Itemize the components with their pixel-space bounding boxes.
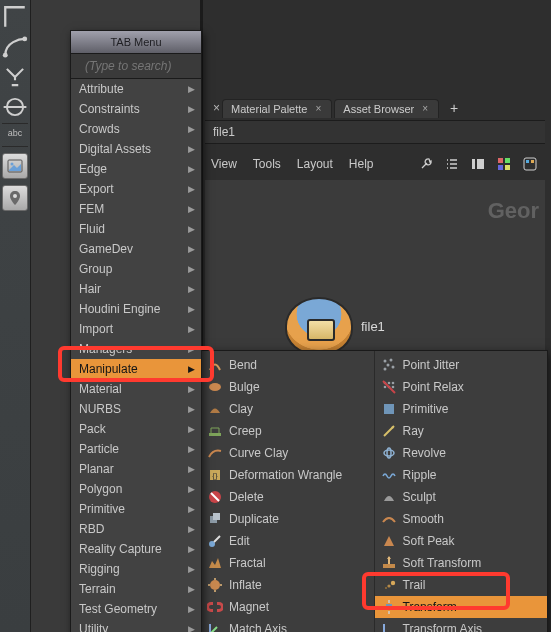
toolbar-grid-icon[interactable] bbox=[495, 155, 513, 173]
tabmenu-item-polygon[interactable]: Polygon▶ bbox=[71, 479, 201, 499]
submenu-item-curve-clay[interactable]: Curve Clay bbox=[201, 442, 374, 464]
tabmenu-item-material[interactable]: Material▶ bbox=[71, 379, 201, 399]
tabmenu-item-digital-assets[interactable]: Digital Assets▶ bbox=[71, 139, 201, 159]
tabmenu-item-rigging[interactable]: Rigging▶ bbox=[71, 559, 201, 579]
tabmenu-item-fluid[interactable]: Fluid▶ bbox=[71, 219, 201, 239]
tool-pin-icon[interactable] bbox=[2, 185, 28, 211]
tabmenu-item-fem[interactable]: FEM▶ bbox=[71, 199, 201, 219]
chevron-right-icon: ▶ bbox=[188, 544, 195, 554]
tool-snap-icon[interactable] bbox=[1, 64, 29, 90]
tabmenu-item-attribute[interactable]: Attribute▶ bbox=[71, 79, 201, 99]
tabmenu-item-managers[interactable]: Managers▶ bbox=[71, 339, 201, 359]
tool-image-icon[interactable] bbox=[2, 153, 28, 179]
tabmenu-item-manipulate[interactable]: Manipulate▶ bbox=[71, 359, 201, 379]
tabmenu-item-constraints[interactable]: Constraints▶ bbox=[71, 99, 201, 119]
submenu-item-bend[interactable]: Bend bbox=[201, 354, 374, 376]
submenu-item-soft-peak[interactable]: Soft Peak bbox=[375, 530, 548, 552]
toolbar-detail-icon[interactable] bbox=[469, 155, 487, 173]
menu-tools[interactable]: Tools bbox=[253, 157, 281, 171]
submenu-item-revolve[interactable]: Revolve bbox=[375, 442, 548, 464]
tool-abc-label[interactable]: abc bbox=[0, 128, 30, 138]
submenu-item-inflate[interactable]: Inflate bbox=[201, 574, 374, 596]
tabmenu-item-label: Manipulate bbox=[79, 362, 138, 376]
submenu-item-transform[interactable]: Transform bbox=[375, 596, 548, 618]
chevron-right-icon: ▶ bbox=[188, 384, 195, 394]
tab-asset-browser[interactable]: Asset Browser × bbox=[334, 99, 439, 118]
submenu-item-creep[interactable]: Creep bbox=[201, 420, 374, 442]
tabmenu-item-label: Reality Capture bbox=[79, 542, 162, 556]
tabmenu-item-test-geometry[interactable]: Test Geometry▶ bbox=[71, 599, 201, 619]
tabmenu-item-edge[interactable]: Edge▶ bbox=[71, 159, 201, 179]
tabmenu-item-hair[interactable]: Hair▶ bbox=[71, 279, 201, 299]
toolbar-list-icon[interactable] bbox=[443, 155, 461, 173]
svg-rect-54 bbox=[386, 604, 392, 610]
menu-view[interactable]: View bbox=[211, 157, 237, 171]
chevron-right-icon: ▶ bbox=[188, 224, 195, 234]
svg-point-27 bbox=[210, 580, 220, 590]
submenu-item-edit[interactable]: Edit bbox=[201, 530, 374, 552]
submenu-item-bulge[interactable]: Bulge bbox=[201, 376, 374, 398]
tabmenu-item-utility[interactable]: Utility▶ bbox=[71, 619, 201, 632]
tab-menu-title: TAB Menu bbox=[71, 31, 201, 54]
tabmenu-item-import[interactable]: Import▶ bbox=[71, 319, 201, 339]
tab-material-palette[interactable]: Material Palette × bbox=[222, 99, 332, 118]
submenu-item-soft-transform[interactable]: Soft Transform bbox=[375, 552, 548, 574]
svg-point-53 bbox=[384, 587, 386, 589]
tab-menu-search[interactable] bbox=[71, 54, 201, 79]
submenu-item-clay[interactable]: Clay bbox=[201, 398, 374, 420]
tabmenu-item-primitive[interactable]: Primitive▶ bbox=[71, 499, 201, 519]
tabmenu-item-rbd[interactable]: RBD▶ bbox=[71, 519, 201, 539]
toolbar-wrench-icon[interactable] bbox=[417, 155, 435, 173]
submenu-item-delete[interactable]: Delete bbox=[201, 486, 374, 508]
tabmenu-item-gamedev[interactable]: GameDev▶ bbox=[71, 239, 201, 259]
tab-close-icon[interactable]: × bbox=[313, 103, 323, 114]
submenu-item-duplicate[interactable]: Duplicate bbox=[201, 508, 374, 530]
tabmenu-item-crowds[interactable]: Crowds▶ bbox=[71, 119, 201, 139]
submenu-item-label: Duplicate bbox=[229, 512, 279, 526]
svg-point-5 bbox=[11, 163, 14, 166]
submenu-item-point-jitter[interactable]: Point Jitter bbox=[375, 354, 548, 376]
tab-left-close[interactable]: × bbox=[213, 101, 220, 115]
tabmenu-item-particle[interactable]: Particle▶ bbox=[71, 439, 201, 459]
menu-help[interactable]: Help bbox=[349, 157, 374, 171]
tabmenu-item-reality-capture[interactable]: Reality Capture▶ bbox=[71, 539, 201, 559]
submenu-item-transform-axis[interactable]: Transform Axis bbox=[375, 618, 548, 632]
submenu-item-sculpt[interactable]: Sculpt bbox=[375, 486, 548, 508]
node-file1[interactable]: file1 bbox=[285, 298, 405, 354]
tab-close-icon[interactable]: × bbox=[420, 103, 430, 114]
tabmenu-item-planar[interactable]: Planar▶ bbox=[71, 459, 201, 479]
svg-rect-14 bbox=[526, 160, 529, 163]
submenu-item-fractal[interactable]: Fractal bbox=[201, 552, 374, 574]
submenu-item-smooth[interactable]: Smooth bbox=[375, 508, 548, 530]
tabmenu-item-pack[interactable]: Pack▶ bbox=[71, 419, 201, 439]
node-icon bbox=[285, 297, 353, 355]
submenu-item-magnet[interactable]: Magnet bbox=[201, 596, 374, 618]
submenu-item-match-axis[interactable]: Match Axis bbox=[201, 618, 374, 632]
menu-layout[interactable]: Layout bbox=[297, 157, 333, 171]
ripple-icon bbox=[381, 467, 397, 483]
tool-tangent-icon[interactable] bbox=[1, 94, 29, 120]
tabmenu-item-label: Particle bbox=[79, 442, 119, 456]
chevron-right-icon: ▶ bbox=[188, 204, 195, 214]
matchaxis-icon bbox=[207, 621, 223, 632]
tool-curve-icon[interactable] bbox=[1, 34, 29, 60]
submenu-item-point-relax[interactable]: Point Relax bbox=[375, 376, 548, 398]
softpeak-icon bbox=[381, 533, 397, 549]
tabmenu-item-nurbs[interactable]: NURBS▶ bbox=[71, 399, 201, 419]
submenu-item-primitive[interactable]: Primitive bbox=[375, 398, 548, 420]
chevron-right-icon: ▶ bbox=[188, 604, 195, 614]
submenu-item-ripple[interactable]: Ripple bbox=[375, 464, 548, 486]
path-bar[interactable]: file1 bbox=[205, 120, 545, 144]
tool-polyline-icon[interactable] bbox=[1, 4, 29, 30]
tabmenu-item-group[interactable]: Group▶ bbox=[71, 259, 201, 279]
submenu-item-trail[interactable]: Trail bbox=[375, 574, 548, 596]
svg-rect-49 bbox=[383, 564, 395, 568]
tabmenu-item-terrain[interactable]: Terrain▶ bbox=[71, 579, 201, 599]
tab-add-button[interactable]: + bbox=[447, 101, 461, 115]
search-input[interactable] bbox=[83, 58, 238, 74]
submenu-item-ray[interactable]: Ray bbox=[375, 420, 548, 442]
submenu-item-deformation-wrangle[interactable]: {}Deformation Wrangle bbox=[201, 464, 374, 486]
tabmenu-item-export[interactable]: Export▶ bbox=[71, 179, 201, 199]
tabmenu-item-houdini-engine[interactable]: Houdini Engine▶ bbox=[71, 299, 201, 319]
toolbar-palette-icon[interactable] bbox=[521, 155, 539, 173]
